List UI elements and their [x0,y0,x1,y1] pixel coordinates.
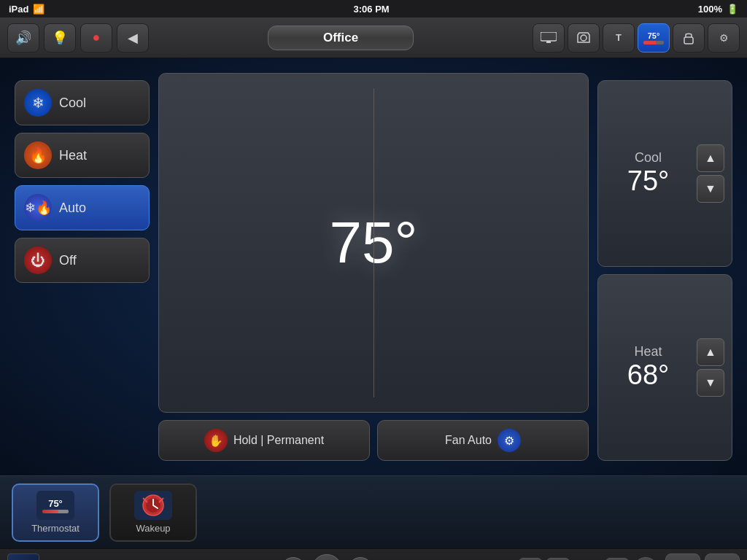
svg-rect-0 [541,32,557,41]
thermostat-panel: ❄ Cool 🔥 Heat ❄🔥 Auto ⏻ Off 75° [15,73,732,461]
time-display: 3:06 PM [354,4,390,15]
heat-setpoint-label: Heat [634,344,662,359]
volume-up-button[interactable]: + [605,558,629,561]
back-button[interactable]: ◀ [117,23,149,52]
off-icon: ⏻ [24,246,52,274]
nav-right-icons: T 75° ⚙ [533,23,740,52]
off-button[interactable]: ⏻ Off [15,238,150,283]
playback-controls: ⏮ ⏸ ⏭ [142,554,511,561]
pause-button[interactable]: ⏸ [311,554,342,561]
cool-down-button[interactable]: ▼ [697,175,724,203]
volume-section: 🔈 − Volume 0% + ⏻ [519,557,658,561]
auto-label: Auto [59,201,86,216]
status-bar: iPad 📶 3:06 PM 100% 🔋 [0,0,747,18]
cool-up-button[interactable]: ▲ [697,144,724,172]
music-right-buttons [665,553,740,561]
mini-temp-value: 75° [48,498,63,509]
fan-icon: ⚙ [498,429,521,452]
heat-button[interactable]: 🔥 Heat [15,133,150,178]
battery-display: 100% [698,4,722,15]
heat-setpoint-info: Heat 68° [605,344,691,391]
heat-setpoint-panel: Heat 68° ▲ ▼ [597,274,732,461]
battery-icon: 🔋 [727,4,738,15]
cool-button[interactable]: ❄ Cool [15,80,150,125]
heat-arrows: ▲ ▼ [697,338,724,397]
wakeup-device-label: Wakeup [136,523,170,534]
temp-divider [374,88,374,397]
volume-down-button[interactable]: − [546,558,570,561]
settings-button[interactable]: ⚙ [708,23,740,52]
cool-setpoint-panel: Cool 75° ▲ ▼ [597,80,732,267]
hold-button[interactable]: ✋ Hold | Permanent [158,420,370,461]
cool-setpoint-value: 75° [627,166,669,197]
office-title: Office [268,26,414,50]
next-button[interactable]: ⏭ [348,557,373,561]
mute-button[interactable]: 🔈 [519,558,542,561]
nav-title-area: Office [153,26,528,50]
auto-button[interactable]: ❄🔥 Auto [15,185,150,230]
thermostat-device-label: Thermostat [31,523,80,534]
cool-label: Cool [59,96,86,111]
svg-rect-3 [684,37,693,44]
mode-buttons: ❄ Cool 🔥 Heat ❄🔥 Auto ⏻ Off [15,73,150,461]
heat-icon: 🔥 [24,141,52,169]
camera-button[interactable] [568,23,600,52]
off-label: Off [59,253,77,268]
hold-icon: ✋ [204,429,228,452]
playlist-button[interactable] [665,553,700,561]
album-art [7,553,39,561]
heat-down-button[interactable]: ▼ [697,369,724,397]
wifi-icon: 📶 [33,4,44,15]
heat-setpoint-value: 68° [627,359,669,391]
cool-icon: ❄ [24,89,52,117]
device-tray: 75° Thermostat Wakeup [0,475,747,548]
thermostat-device-item[interactable]: 75° Thermostat [12,483,99,542]
device-label: iPad [9,4,28,15]
thermostat-nav-button[interactable]: 75° [638,23,670,52]
media-button[interactable]: ● [80,23,112,52]
cool-setpoint-info: Cool 75° [605,150,691,197]
home-audio-button[interactable] [705,553,740,561]
wakeup-device-item[interactable]: Wakeup [109,483,197,542]
previous-button[interactable]: ⏮ [281,557,306,561]
hold-label: Hold | Permanent [233,434,324,447]
music-bar: Blue Train John Coltrane ⏮ ⏸ ⏭ 🔈 − Volum… [0,548,747,560]
svg-rect-1 [546,41,551,43]
bottom-buttons: ✋ Hold | Permanent Fan Auto ⚙ [158,420,589,461]
cool-arrows: ▲ ▼ [697,144,724,203]
light-button[interactable]: 💡 [44,23,76,52]
heat-label: Heat [59,148,87,163]
wakeup-thumb [134,491,172,520]
temp-display: 75° ✋ Hold | Permanent Fan Auto ⚙ [158,73,589,461]
fan-button[interactable]: Fan Auto ⚙ [377,420,589,461]
cool-setpoint-label: Cool [635,150,662,166]
top-nav: 🔊 💡 ● ◀ Office T 75° ⚙ [0,18,747,58]
speaker-button[interactable]: 🔊 [7,23,39,52]
svg-point-2 [581,35,587,41]
power-button[interactable]: ⏻ [633,557,658,561]
setpoint-controls: Cool 75° ▲ ▼ Heat 68° ▲ ▼ [597,73,732,461]
auto-icon: ❄🔥 [24,194,52,222]
temperature-box: 75° [158,73,589,413]
thermostat-thumb: 75° [36,491,74,520]
lock-button[interactable] [673,23,705,52]
light2-button[interactable]: T [603,23,635,52]
heat-up-button[interactable]: ▲ [697,338,724,366]
display-button[interactable] [533,23,565,52]
fan-label: Fan Auto [445,434,492,447]
main-content: ❄ Cool 🔥 Heat ❄🔥 Auto ⏻ Off 75° [0,58,747,475]
mini-temp-bar [42,510,69,513]
